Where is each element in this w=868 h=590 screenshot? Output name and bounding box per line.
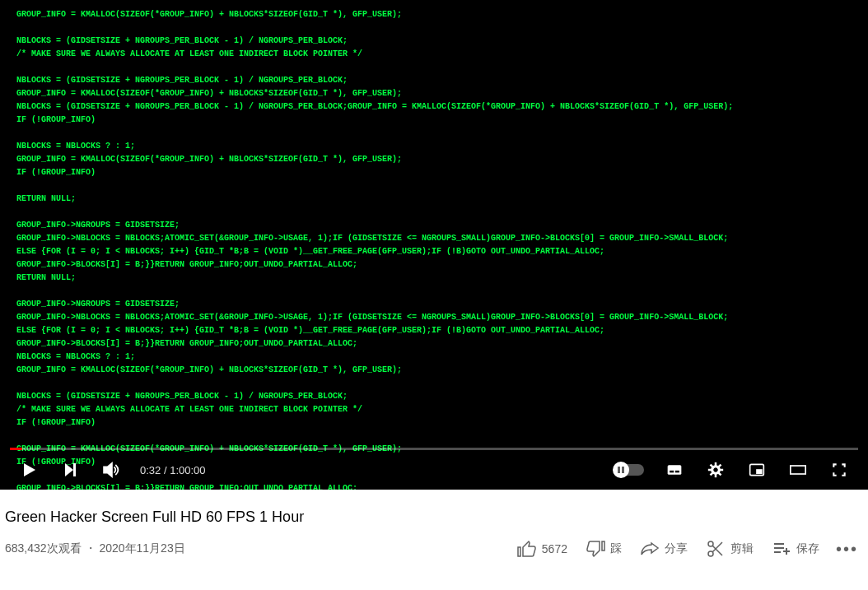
share-label: 分享 [665, 541, 688, 556]
share-button[interactable]: 分享 [633, 536, 694, 562]
svg-rect-1 [622, 467, 624, 473]
share-icon [640, 539, 660, 559]
svg-rect-15 [756, 469, 763, 474]
time-display: 0:32 / 1:00:00 [133, 464, 212, 476]
dislike-label: 踩 [610, 541, 622, 556]
dislike-button[interactable]: 踩 [579, 536, 628, 562]
autoplay-toggle[interactable] [614, 464, 644, 476]
upload-date: 2020年11月23日 [99, 541, 184, 555]
video-content-hacker-code: GROUP_INFO = KMALLOC(SIZEOF(*GROUP_INFO)… [0, 0, 868, 490]
video-stats: 683,432次观看 ・ 2020年11月23日 [5, 541, 185, 556]
like-count: 5672 [542, 542, 567, 555]
svg-rect-5 [715, 462, 717, 466]
video-title: Green Hacker Screen Full HD 60 FPS 1 Hou… [5, 506, 863, 527]
more-icon: ••• [836, 540, 858, 558]
svg-rect-2 [668, 465, 682, 475]
pause-icon [613, 462, 629, 478]
save-label: 保存 [796, 541, 819, 556]
thumbs-up-icon [517, 539, 537, 559]
volume-button[interactable] [92, 450, 130, 490]
svg-rect-16 [791, 466, 805, 474]
more-actions-button[interactable]: ••• [831, 540, 863, 559]
svg-rect-8 [720, 469, 723, 472]
fullscreen-button[interactable] [820, 450, 858, 490]
svg-rect-3 [670, 471, 674, 473]
theater-mode-button[interactable] [779, 450, 817, 490]
svg-rect-4 [675, 471, 679, 473]
svg-rect-0 [618, 467, 620, 473]
player-controls: 0:32 / 1:00:00 [0, 450, 868, 490]
playlist-add-icon [772, 539, 791, 559]
play-button[interactable] [10, 450, 48, 490]
svg-rect-6 [715, 474, 717, 477]
duration: 1:00:00 [170, 464, 205, 476]
current-time: 0:32 [140, 464, 161, 476]
clip-button[interactable]: 剪辑 [699, 536, 760, 562]
subtitles-button[interactable] [656, 450, 693, 490]
save-button[interactable]: 保存 [765, 536, 826, 562]
scissors-icon [706, 539, 726, 559]
settings-button[interactable] [697, 450, 735, 490]
view-count: 683,432次观看 [5, 541, 82, 555]
video-player[interactable]: GROUP_INFO = KMALLOC(SIZEOF(*GROUP_INFO)… [0, 0, 868, 490]
miniplayer-button[interactable] [738, 450, 776, 490]
like-button[interactable]: 5672 [511, 536, 574, 562]
thumbs-down-icon [586, 539, 605, 559]
next-button[interactable] [51, 450, 89, 490]
video-meta: Green Hacker Screen Full HD 60 FPS 1 Hou… [0, 490, 868, 562]
svg-point-13 [714, 468, 718, 472]
clip-label: 剪辑 [730, 541, 754, 556]
svg-rect-7 [708, 469, 712, 472]
